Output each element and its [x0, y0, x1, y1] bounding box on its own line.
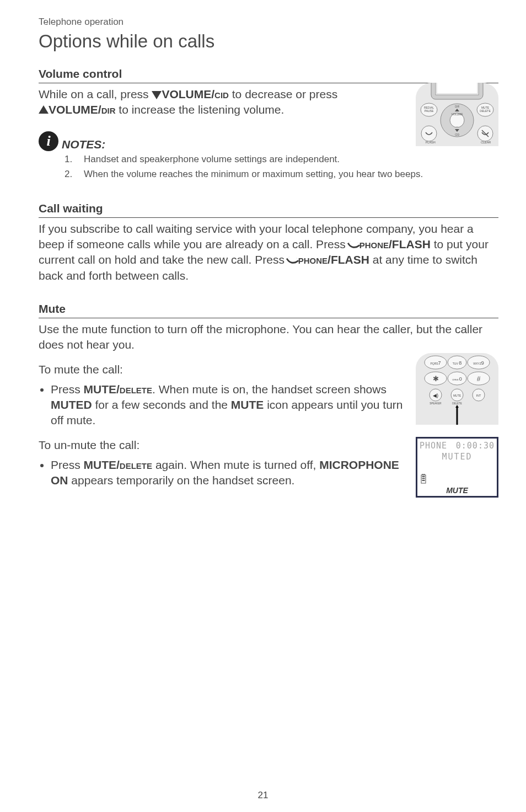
svg-rect-3 [437, 83, 477, 94]
text: Press [51, 458, 84, 471]
dir-smallcaps: dir [101, 103, 116, 116]
lcd-time: 0:00:30 [456, 441, 495, 451]
triangle-down-icon [152, 87, 162, 102]
svg-text:◀): ◀) [433, 393, 438, 398]
svg-rect-49 [422, 478, 425, 479]
phone-smallcaps: phone [298, 253, 328, 266]
battery-icon [421, 474, 426, 484]
delete-smallcaps: delete [120, 458, 152, 471]
phone-keypad-illustration: PQRS7 TUV 8 WXYZ9 ✱ OPER 0 # ◀) SPEAKER … [416, 353, 498, 427]
svg-text:DIR: DIR [455, 105, 460, 108]
lcd-muted: MUTED [420, 452, 495, 462]
section-heading-volume: Volume control [39, 67, 498, 83]
mute-intro-paragraph: Use the mute function to turn off the mi… [39, 322, 498, 353]
notes-text: NOTES [62, 138, 101, 151]
svg-text:MUTE: MUTE [453, 394, 461, 397]
text: to decrease or press [232, 88, 337, 100]
mute-delete-bold: MUTE/ [84, 458, 120, 471]
svg-text:#: # [477, 375, 481, 383]
list-item: Press MUTE/delete again. When mute is tu… [51, 457, 405, 489]
notes-list: Handset and speakerphone volume settings… [75, 153, 498, 181]
mute-sub1: To mute the call: [39, 363, 405, 376]
text: appears temporarily on the handset scree… [71, 474, 294, 487]
text: . When mute is on, the handset screen sh… [152, 383, 387, 396]
mute-bold: MUTE [231, 398, 264, 411]
note-item: Handset and speakerphone volume settings… [75, 153, 498, 166]
right-column: PQRS7 TUV 8 WXYZ9 ✱ OPER 0 # ◀) SPEAKER … [416, 353, 498, 498]
text: again. When mute is turned off, [155, 458, 319, 471]
triangle-up-icon [39, 102, 49, 117]
svg-rect-50 [422, 480, 425, 481]
mute-sub2: To un-mute the call: [39, 439, 405, 452]
volume-dir-bold: VOLUME/ [49, 103, 101, 116]
svg-rect-48 [422, 476, 425, 477]
handset-lcd: PHONE 0:00:30 MUTED MUTE [416, 437, 498, 498]
volume-paragraph: While on a call, press VOLUME/cid to dec… [39, 87, 414, 118]
svg-text:CLEAR: CLEAR [481, 141, 491, 144]
svg-text:DELETE: DELETE [452, 402, 462, 405]
note-item: When the volume reaches the minimum or m… [75, 168, 498, 181]
list-item: Press MUTE/delete. When mute is on, the … [51, 382, 405, 429]
svg-text:DELETE: DELETE [480, 109, 491, 113]
svg-text:✱: ✱ [433, 375, 439, 383]
text: While on a call, press [39, 88, 152, 100]
muted-bold: MUTED [51, 398, 92, 411]
call-waiting-paragraph: If you subscribe to call waiting service… [39, 221, 498, 284]
lcd-phone-label: PHONE [420, 441, 447, 451]
svg-text:SPEAKER: SPEAKER [430, 402, 442, 405]
flash-bold: /FLASH [328, 253, 369, 266]
section-heading-mute: Mute [39, 302, 498, 318]
text: to increase the listening volume. [119, 103, 284, 116]
delete-smallcaps: delete [120, 383, 152, 396]
text: Press [51, 383, 84, 396]
svg-point-18 [421, 126, 437, 141]
phone-icon [349, 237, 359, 252]
phone-top-illustration: REDIAL PAUSE MUTE DELETE DIR VOLUME — CI… [416, 83, 498, 146]
info-icon: i [39, 131, 58, 151]
phone-smallcaps: phone [359, 238, 389, 250]
text: for a few seconds and the [95, 398, 231, 411]
flash-bold: /FLASH [389, 238, 431, 250]
svg-rect-43 [457, 408, 458, 425]
svg-text:FLASH: FLASH [426, 141, 436, 144]
volume-cid-bold: VOLUME/ [162, 88, 214, 100]
mute-delete-bold: MUTE/ [84, 383, 120, 396]
page-title: Options while on calls [39, 31, 498, 52]
lcd-mute-footer: MUTE [420, 486, 495, 495]
svg-text:INT: INT [476, 394, 482, 397]
cid-smallcaps: cid [214, 88, 229, 100]
notes-label: NOTES: [62, 138, 105, 151]
category-label: Telephone operation [39, 17, 498, 28]
section-heading-call-waiting: Call waiting [39, 202, 498, 218]
svg-text:PAUSE: PAUSE [425, 109, 434, 113]
page-number: 21 [0, 790, 526, 801]
mute-bullets-1: Press MUTE/delete. When mute is on, the … [51, 382, 405, 429]
mute-bullets-2: Press MUTE/delete again. When mute is tu… [51, 457, 405, 489]
phone-icon [288, 252, 298, 268]
svg-text:—: — [457, 125, 458, 127]
svg-text:CID: CID [455, 133, 460, 136]
svg-text:VOLUME: VOLUME [451, 113, 463, 116]
